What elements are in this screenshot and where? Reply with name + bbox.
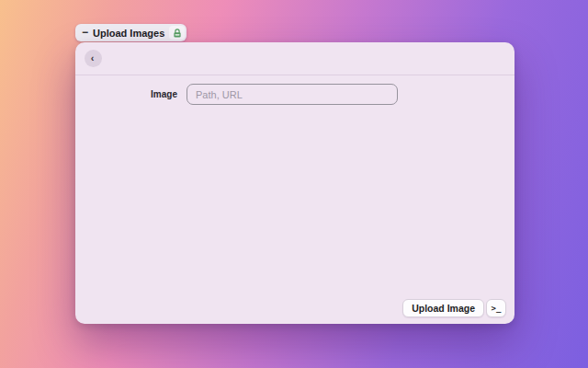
upload-image-window: ‹ Image Upload Image >_: [75, 42, 514, 324]
window-footer: Upload Image >_: [402, 299, 506, 317]
image-field-label: Image: [75, 89, 177, 99]
lock-icon: [172, 28, 183, 39]
terminal-button[interactable]: >_: [486, 299, 506, 317]
upload-images-chip[interactable]: − Upload Images: [75, 24, 187, 41]
minus-icon: −: [82, 27, 88, 38]
image-form-row: Image: [75, 84, 514, 105]
window-header: ‹: [75, 42, 514, 75]
lock-tile: [169, 26, 185, 40]
terminal-prompt-icon: >_: [492, 304, 502, 313]
upload-image-button[interactable]: Upload Image: [402, 299, 484, 317]
chevron-left-icon: ‹: [91, 53, 95, 63]
chip-label: Upload Images: [93, 28, 164, 39]
back-button[interactable]: ‹: [85, 50, 102, 67]
image-path-input[interactable]: [187, 84, 398, 105]
